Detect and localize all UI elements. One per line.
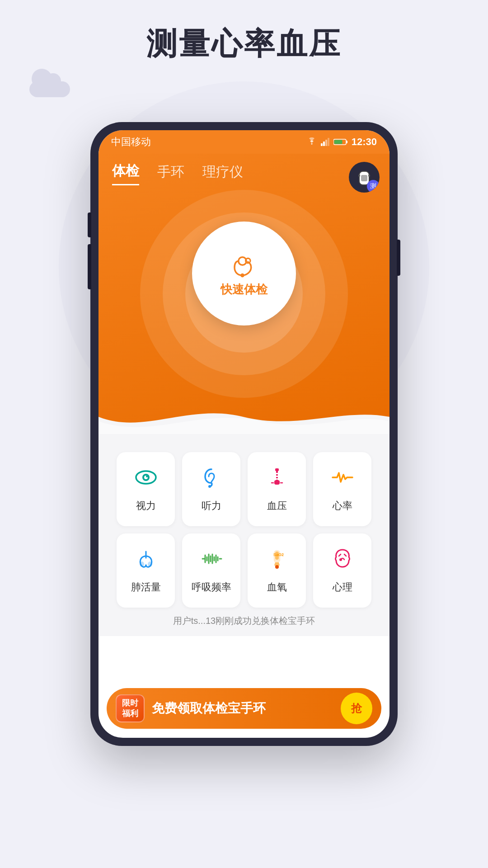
wearable-test-label: 测 [367, 180, 380, 193]
health-item-hearing[interactable]: 听力 [182, 452, 240, 526]
svg-rect-23 [276, 476, 278, 477]
svg-point-25 [140, 561, 144, 567]
health-item-heartrate[interactable]: 心率 [313, 452, 371, 526]
health-grid-row1: 视力 听力 [108, 443, 380, 526]
health-item-psych[interactable]: 心理 [313, 533, 371, 608]
banner-tag: 限时 福利 [116, 694, 145, 723]
svg-text:SaO2: SaO2 [273, 552, 284, 557]
banner-claim-button[interactable]: 抢 [341, 693, 372, 724]
svg-rect-8 [361, 175, 367, 181]
svg-rect-10 [368, 175, 370, 177]
bp-label: 血压 [267, 499, 287, 513]
svg-point-26 [148, 561, 152, 567]
wifi-icon [306, 137, 317, 146]
svg-rect-3 [328, 138, 329, 146]
signal-icon [321, 138, 330, 146]
tab-therapy[interactable]: 理疗仪 [202, 163, 243, 185]
phone-screen: 中国移动 [99, 130, 389, 738]
breath-label: 呼吸频率 [192, 580, 231, 594]
banner-tag-line1: 限时 [121, 698, 139, 708]
content-area: 视力 听力 [99, 434, 389, 636]
svg-rect-0 [321, 143, 323, 146]
svg-rect-5 [334, 140, 342, 144]
notification-bar: 用户ts...13刚刚成功兑换体检宝手环 [117, 615, 371, 627]
lung-icon [134, 547, 158, 574]
heartrate-icon [331, 466, 354, 493]
bp-icon [265, 466, 289, 493]
stethoscope-icon [228, 250, 260, 282]
nav-tabs: 体检 手环 理疗仪 [99, 154, 389, 185]
power-button [397, 240, 400, 276]
carrier-label: 中国移动 [111, 135, 151, 149]
health-item-lung[interactable]: 肺活量 [117, 533, 175, 608]
quick-checkup-button[interactable]: 快速体检 [192, 222, 296, 326]
svg-point-13 [240, 273, 244, 277]
status-time: 12:30 [352, 136, 377, 148]
oxygen-icon: SaO2 [265, 547, 289, 574]
psych-label: 心理 [333, 580, 352, 594]
notification-text: 用户ts...13刚刚成功兑换体检宝手环 [173, 616, 315, 626]
svg-rect-2 [325, 140, 327, 146]
hearing-icon [200, 466, 223, 493]
promo-banner[interactable]: 限时 福利 免费领取体检宝手环 抢 [107, 688, 381, 729]
wearable-badge[interactable]: 测 [349, 162, 380, 193]
svg-point-18 [208, 485, 211, 488]
volume-up-button [88, 212, 91, 237]
svg-point-17 [146, 476, 148, 477]
svg-rect-9 [358, 175, 360, 177]
health-item-oxygen[interactable]: SaO2 血氧 [248, 533, 306, 608]
svg-rect-22 [276, 473, 278, 474]
svg-point-40 [275, 565, 279, 569]
breath-icon [200, 547, 223, 574]
psych-icon [331, 547, 354, 574]
banner-tag-line2: 福利 [121, 708, 139, 719]
wave-decoration [99, 399, 389, 434]
page-title: 测量心率血压 [0, 24, 488, 65]
health-item-bp[interactable]: 血压 [248, 452, 306, 526]
tab-health-check[interactable]: 体检 [112, 162, 139, 185]
vision-label: 视力 [136, 499, 156, 513]
health-grid-row2: 肺活量 [108, 526, 380, 608]
oxygen-label: 血氧 [267, 580, 287, 594]
lung-label: 肺活量 [131, 580, 161, 594]
status-right: 12:30 [306, 136, 377, 148]
phone-mockup: 中国移动 [90, 122, 398, 746]
cloud-decoration [25, 70, 75, 97]
svg-rect-21 [274, 480, 280, 485]
hearing-label: 听力 [202, 499, 221, 513]
banner-text: 免费领取体检宝手环 [152, 700, 341, 717]
vision-icon [134, 466, 158, 493]
app-header: 体检 手环 理疗仪 测 [99, 154, 389, 434]
heartrate-label: 心率 [333, 499, 352, 513]
svg-rect-6 [346, 141, 347, 143]
health-item-vision[interactable]: 视力 [117, 452, 175, 526]
svg-rect-24 [276, 478, 278, 480]
health-item-breath[interactable]: 呼吸频率 [182, 533, 240, 608]
battery-icon [333, 138, 348, 146]
status-bar: 中国移动 [99, 130, 389, 154]
quick-checkup-label: 快速体检 [221, 282, 267, 297]
svg-rect-1 [323, 142, 325, 146]
volume-down-button [88, 244, 91, 289]
tab-bracelet[interactable]: 手环 [157, 163, 184, 185]
